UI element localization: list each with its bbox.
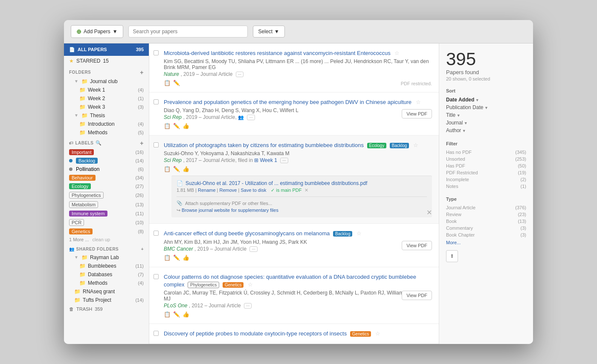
sidebar-item-genetics[interactable]: Genetics (8) bbox=[64, 227, 149, 236]
thumb-icon[interactable]: 👍 bbox=[183, 166, 189, 172]
paper-title[interactable]: Microbiota-derived lantibiotic restores … bbox=[164, 50, 391, 56]
star-button[interactable]: ☆ bbox=[356, 230, 362, 237]
sidebar-item-immune-system[interactable]: Immune system (11) bbox=[64, 209, 149, 218]
clean-up-link[interactable]: clean up bbox=[92, 237, 110, 242]
phylogenetics-tag[interactable]: Phylogenetics bbox=[188, 282, 219, 288]
star-button[interactable]: ☆ bbox=[394, 50, 400, 56]
pdf-save-btn[interactable]: Save to disk bbox=[241, 188, 266, 193]
sidebar-item-pollination[interactable]: Pollination (6) bbox=[64, 165, 149, 173]
paper-checkbox[interactable] bbox=[154, 50, 159, 55]
add-papers-button[interactable]: ⊕ Add Papers ▼ bbox=[71, 25, 123, 38]
paper-title[interactable]: Anti-cancer effect of dung beetle glycos… bbox=[164, 230, 330, 237]
type-book-chapter[interactable]: Book Chapter (3) bbox=[446, 231, 526, 238]
pdf-rename-btn[interactable]: Rename bbox=[198, 188, 216, 193]
sidebar-item-shared-methods[interactable]: 📁 Methods (4) bbox=[64, 279, 149, 287]
sidebar-item-rayman-lab[interactable]: ▼ 📁 Rayman Lab bbox=[64, 253, 149, 262]
backlog-tag[interactable]: Backlog bbox=[333, 231, 353, 237]
view-pdf-button[interactable]: View PDF bbox=[402, 109, 432, 118]
sidebar-item-introduction[interactable]: 📁 Introduction (4) bbox=[64, 120, 149, 128]
paper-checkbox[interactable] bbox=[154, 274, 159, 279]
filter-pdf-restricted[interactable]: PDF Restricted (19) bbox=[446, 169, 526, 176]
paper-title[interactable]: Prevalence and population genetics of th… bbox=[164, 99, 412, 105]
sidebar-item-week2[interactable]: 📁 Week 2 (1) bbox=[64, 94, 149, 103]
filter-notes[interactable]: Notes (1) bbox=[446, 183, 526, 190]
sidebar-item-trash[interactable]: 🗑 TRASH 359 bbox=[64, 304, 149, 314]
thumb-icon[interactable]: 👍 bbox=[183, 254, 189, 261]
pdf-attach-row[interactable]: 📎 Attach supplementary PDF or other file… bbox=[177, 196, 427, 206]
sidebar-item-pcr[interactable]: PCR (10) bbox=[64, 218, 149, 227]
edit-icon[interactable]: ✏️ bbox=[173, 123, 180, 129]
add-shared-folder-button[interactable]: + bbox=[141, 247, 144, 251]
type-commentary[interactable]: Commentary (3) bbox=[446, 225, 526, 231]
add-folder-button[interactable]: + bbox=[140, 69, 144, 75]
sidebar-item-journal-club[interactable]: ▼ 📁 Journal club bbox=[64, 77, 149, 86]
browse-label[interactable]: Browse journal website for supplementary… bbox=[182, 208, 278, 213]
sort-title[interactable]: Title bbox=[446, 111, 526, 119]
paper-checkbox[interactable] bbox=[154, 231, 159, 236]
sidebar-item-thesis[interactable]: ▼ 📁 Thesis bbox=[64, 111, 149, 120]
edit-icon[interactable]: ✏️ bbox=[173, 311, 180, 318]
paper-checkbox[interactable] bbox=[154, 99, 159, 104]
view-pdf-button[interactable]: View PDF bbox=[402, 241, 432, 250]
sidebar-item-important[interactable]: Important (16) bbox=[64, 148, 149, 156]
sidebar-item-backlog[interactable]: Backlog (14) bbox=[64, 156, 149, 165]
expand-close-btn[interactable]: ✕ bbox=[426, 208, 432, 217]
note-icon[interactable]: 📋 bbox=[164, 254, 171, 261]
star-button[interactable]: ☆ bbox=[416, 99, 421, 105]
sidebar-item-week1[interactable]: 📁 Week 1 (4) bbox=[64, 86, 149, 94]
filter-no-pdf[interactable]: Has no PDF (345) bbox=[446, 149, 526, 156]
pdf-close-btn[interactable]: ✕ bbox=[304, 188, 308, 193]
star-button[interactable]: ☆ bbox=[248, 281, 253, 288]
type-journal-article[interactable]: Journal Article (376) bbox=[446, 204, 526, 211]
pdf-remove-btn[interactable]: Remove bbox=[220, 188, 237, 193]
pdf-filename[interactable]: Suzuki-Ohno et al. 2017 - Utilization of… bbox=[185, 180, 367, 186]
genetics-tag[interactable]: Genetics bbox=[223, 282, 243, 288]
note-icon[interactable]: 📋 bbox=[164, 123, 171, 129]
edit-icon[interactable]: ✏️ bbox=[173, 80, 180, 86]
search-labels-icon[interactable]: 🔍 bbox=[96, 140, 102, 146]
sidebar-item-tufts[interactable]: 📁 Tufts Project (14) bbox=[64, 296, 149, 304]
sidebar-item-phylogenetics[interactable]: Phylogenetics (26) bbox=[64, 191, 149, 200]
type-book[interactable]: Book (13) bbox=[446, 218, 526, 225]
more-labels-link[interactable]: 1 More ... bbox=[69, 237, 89, 242]
note-icon[interactable]: 📋 bbox=[164, 311, 171, 318]
sort-date-added[interactable]: Date Added bbox=[446, 96, 526, 104]
sidebar-item-starred[interactable]: ★ STARRED 15 bbox=[64, 56, 149, 66]
ecology-tag[interactable]: Ecology bbox=[367, 143, 387, 148]
edit-icon[interactable]: ✏️ bbox=[173, 166, 180, 172]
sort-author[interactable]: Author bbox=[446, 127, 526, 134]
paper-checkbox[interactable] bbox=[154, 142, 159, 147]
star-button[interactable]: ☆ bbox=[413, 142, 418, 148]
filter-unsorted[interactable]: Unsorted (253) bbox=[446, 156, 526, 162]
edit-icon[interactable]: ✏️ bbox=[173, 254, 180, 261]
sidebar-item-bumblebees[interactable]: 📁 Bumblebees (11) bbox=[64, 262, 149, 270]
sidebar-item-methods[interactable]: 📁 Methods (5) bbox=[64, 128, 149, 137]
sort-publication-date[interactable]: Publication Date bbox=[446, 104, 526, 111]
sidebar-item-rnaseq[interactable]: 📁 RNAseq grant bbox=[64, 287, 149, 296]
sidebar-item-databases[interactable]: 📁 Databases (7) bbox=[64, 270, 149, 279]
filed-in-link[interactable]: ⊞ Week 1 bbox=[254, 157, 277, 163]
genetics-tag[interactable]: Genetics bbox=[350, 331, 371, 337]
thumb-icon[interactable]: 👍 bbox=[183, 311, 189, 318]
sidebar-item-metabolism[interactable]: Metabolism (13) bbox=[64, 200, 149, 209]
paper-checkbox[interactable] bbox=[154, 331, 159, 336]
paper-title[interactable]: Utilization of photographs taken by citi… bbox=[164, 142, 364, 148]
select-button[interactable]: Select ▼ bbox=[253, 26, 285, 38]
sidebar-item-week3[interactable]: 📁 Week 3 (3) bbox=[64, 103, 149, 111]
view-pdf-button[interactable]: View PDF bbox=[402, 291, 432, 300]
more-types-link[interactable]: More... bbox=[446, 240, 526, 245]
note-icon[interactable]: 📋 bbox=[164, 80, 171, 86]
sidebar-item-all-papers[interactable]: 📄 ALL PAPERS 395 bbox=[64, 43, 149, 56]
thumb-icon[interactable]: 👍 bbox=[183, 123, 189, 129]
sort-journal[interactable]: Journal bbox=[446, 119, 526, 127]
paper-title[interactable]: Discovery of peptide probes to modulate … bbox=[164, 330, 347, 337]
search-input[interactable] bbox=[128, 26, 248, 38]
sidebar-item-ecology[interactable]: Ecology (27) bbox=[64, 182, 149, 191]
filter-has-pdf[interactable]: Has PDF (50) bbox=[446, 162, 526, 169]
upload-button[interactable]: ⬆ bbox=[446, 250, 458, 262]
note-icon[interactable]: 📋 bbox=[164, 166, 171, 172]
filter-incomplete[interactable]: Incomplete (2) bbox=[446, 176, 526, 183]
type-review[interactable]: Review (23) bbox=[446, 211, 526, 218]
sidebar-item-behaviour[interactable]: Behaviour (34) bbox=[64, 173, 149, 182]
add-label-button[interactable]: + bbox=[140, 140, 144, 146]
